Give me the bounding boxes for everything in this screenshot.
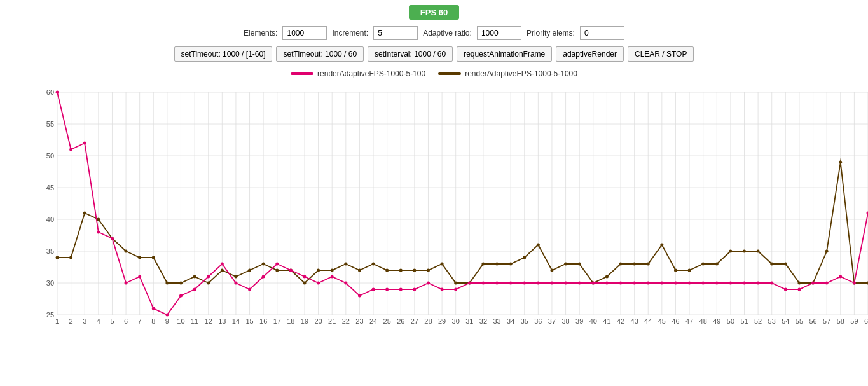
adaptive-ratio-label: Adaptive ratio: [423, 29, 472, 38]
elements-input[interactable] [282, 26, 327, 40]
priority-elems-input[interactable] [580, 26, 624, 40]
increment-input[interactable] [373, 26, 418, 40]
chart-container [0, 79, 868, 347]
fps-badge: FPS 60 [409, 5, 459, 20]
button-row: setTimeout: 1000 / [1-60] setTimeout: 10… [0, 44, 868, 67]
controls-row: Elements: Increment: Adaptive ratio: Pri… [0, 22, 868, 44]
set-interval-60-button[interactable]: setInterval: 1000 / 60 [368, 46, 453, 62]
set-timeout-var-button[interactable]: setTimeout: 1000 / [1-60] [174, 46, 273, 62]
increment-label: Increment: [332, 29, 368, 38]
legend-line-1 [291, 72, 313, 75]
adaptive-render-button[interactable]: adaptiveRender [556, 46, 624, 62]
set-timeout-60-button[interactable]: setTimeout: 1000 / 60 [276, 46, 364, 62]
legend-label-2: renderAdaptiveFPS-1000-5-1000 [465, 69, 577, 78]
elements-label: Elements: [244, 29, 277, 38]
legend-item-1: renderAdaptiveFPS-1000-5-100 [291, 69, 425, 78]
legend-line-2 [438, 72, 461, 75]
fps-display: FPS 60 [0, 0, 868, 22]
chart-canvas [32, 86, 868, 327]
legend-label-1: renderAdaptiveFPS-1000-5-100 [317, 69, 425, 78]
request-animation-frame-button[interactable]: requestAnimationFrame [457, 46, 552, 62]
clear-stop-button[interactable]: CLEAR / STOP [628, 46, 694, 62]
adaptive-ratio-input[interactable] [477, 26, 521, 40]
legend-item-2: renderAdaptiveFPS-1000-5-1000 [438, 69, 577, 78]
priority-elems-label: Priority elems: [527, 29, 575, 38]
legend: renderAdaptiveFPS-1000-5-100 renderAdapt… [0, 67, 868, 79]
